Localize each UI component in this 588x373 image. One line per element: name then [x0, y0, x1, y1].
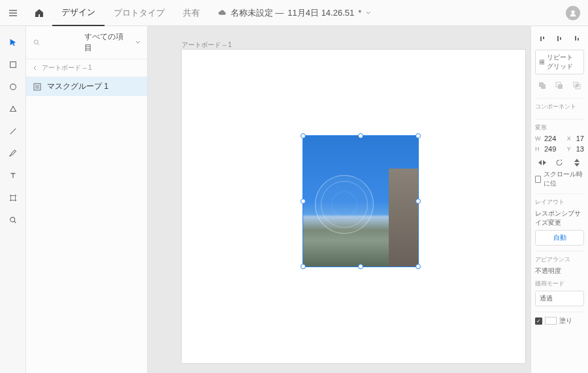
repeat-grid-label: リピートグリッド	[547, 53, 580, 71]
section-label: アピアランス	[535, 255, 584, 264]
svg-point-2	[10, 84, 16, 90]
tool-polygon[interactable]	[3, 99, 24, 119]
fill-swatch[interactable]	[545, 317, 557, 325]
title-date: 11月4日 14.26.51	[287, 7, 354, 19]
svg-rect-13	[541, 84, 546, 89]
resize-handle[interactable]	[301, 133, 306, 138]
artboard-label[interactable]: アートボード – 1	[182, 41, 232, 50]
section-component: コンポーネント	[535, 98, 584, 114]
fill-label: 塗り	[559, 316, 572, 325]
align-bottom-icon[interactable]	[570, 31, 584, 46]
building-graphic	[389, 169, 418, 267]
responsive-auto-button[interactable]: 自動	[535, 230, 584, 246]
flip-horizontal-icon[interactable]	[535, 155, 549, 170]
scroll-fix-label: スクロール時に位	[544, 170, 584, 188]
layer-item[interactable]: マスクグループ 1	[26, 77, 147, 96]
artboard[interactable]	[182, 50, 525, 363]
responsive-label: レスポンシブサイズ変更	[535, 209, 584, 227]
layer-label: マスクグループ 1	[47, 81, 108, 92]
svg-rect-8	[540, 60, 542, 61]
avatar[interactable]	[566, 6, 580, 20]
flip-row	[535, 155, 584, 170]
svg-rect-15	[558, 84, 563, 89]
flip-vertical-icon[interactable]	[570, 155, 584, 170]
section-fill: ✓ 塗り	[535, 312, 584, 325]
opacity-label: 不透明度	[535, 267, 584, 276]
topbar-left: デザイン プロトタイプ 共有	[0, 0, 209, 25]
align-middle-icon[interactable]	[552, 31, 566, 46]
tab-share[interactable]: 共有	[174, 0, 209, 26]
checkbox-icon: ✓	[535, 317, 542, 325]
fill-row[interactable]: ✓ 塗り	[535, 316, 584, 325]
topbar: デザイン プロトタイプ 共有 名称未設定 — 11月4日 14.26.51 *	[0, 0, 588, 26]
section-layout: レイアウト レスポンシブサイズ変更 自動	[535, 193, 584, 246]
tool-artboard[interactable]	[3, 188, 24, 208]
layers-breadcrumb[interactable]: アートボード – 1	[26, 59, 147, 77]
home-icon[interactable]	[26, 0, 52, 26]
section-transform: 変形 W224X17 H249Y13 スクロール時に位	[535, 119, 584, 188]
mask-group-icon	[33, 82, 42, 91]
boolean-intersect-icon[interactable]	[570, 78, 584, 93]
document-title[interactable]: 名称未設定 — 11月4日 14.26.51 *	[218, 7, 371, 19]
tool-pen[interactable]	[3, 144, 24, 163]
svg-point-0	[571, 10, 574, 13]
blend-mode-select[interactable]: 通過	[535, 291, 584, 306]
resize-handle[interactable]	[416, 264, 421, 269]
cloud-icon	[218, 8, 227, 18]
menu-icon[interactable]	[0, 0, 26, 26]
svg-point-4	[10, 218, 14, 222]
resize-handle[interactable]	[358, 264, 363, 269]
section-label: レイアウト	[535, 198, 584, 206]
layers-panel: すべての項目 アートボード – 1 マスクグループ 1	[26, 26, 148, 373]
title-prefix: 名称未設定 —	[231, 7, 284, 19]
tool-line[interactable]	[3, 122, 24, 141]
resize-handle[interactable]	[416, 199, 421, 204]
svg-rect-11	[542, 63, 544, 64]
tab-design[interactable]: デザイン	[52, 0, 105, 26]
svg-rect-3	[10, 196, 15, 201]
title-suffix: *	[358, 8, 361, 18]
breadcrumb-label: アートボード – 1	[42, 63, 92, 73]
svg-rect-7	[35, 85, 39, 89]
tool-rectangle[interactable]	[3, 55, 24, 74]
svg-rect-9	[542, 60, 544, 61]
resize-handle[interactable]	[301, 199, 306, 204]
main: すべての項目 アートボード – 1 マスクグループ 1 アートボード – 1	[0, 26, 588, 373]
boolean-add-icon[interactable]	[535, 78, 549, 93]
repeat-grid-button[interactable]: リピートグリッド	[535, 50, 584, 74]
tool-text[interactable]	[3, 166, 24, 186]
selected-object[interactable]	[303, 136, 418, 267]
resize-handle[interactable]	[301, 264, 306, 269]
tab-prototype[interactable]: プロトタイプ	[105, 0, 174, 26]
canvas[interactable]: アートボード – 1	[148, 26, 531, 373]
filter-label: すべての項目	[84, 31, 131, 54]
tool-column	[0, 26, 26, 373]
section-label: 変形	[535, 123, 584, 132]
chevron-down-icon	[135, 40, 140, 45]
tool-select[interactable]	[3, 33, 24, 52]
ferris-wheel-graphic	[315, 175, 374, 234]
chevron-left-icon	[33, 65, 38, 71]
align-row	[535, 31, 584, 46]
svg-rect-10	[540, 63, 542, 64]
resize-handle[interactable]	[416, 133, 421, 138]
height-field[interactable]: H249Y13	[535, 145, 584, 153]
blend-mode-label: 描画モード	[535, 280, 584, 288]
topbar-right	[566, 6, 588, 20]
svg-rect-1	[10, 62, 16, 68]
checkbox-icon	[535, 176, 541, 183]
svg-rect-18	[576, 84, 578, 87]
align-top-icon[interactable]	[535, 31, 549, 46]
search-icon	[33, 39, 79, 46]
chevron-down-icon	[365, 10, 370, 16]
layers-filter[interactable]: すべての項目	[26, 26, 147, 59]
tool-ellipse[interactable]	[3, 77, 24, 97]
scroll-fix-checkbox[interactable]: スクロール時に位	[535, 170, 584, 188]
width-field[interactable]: W224X17	[535, 135, 584, 142]
boolean-subtract-icon[interactable]	[552, 78, 566, 93]
tool-zoom[interactable]	[3, 210, 24, 230]
rotate-icon[interactable]	[552, 155, 566, 170]
section-label: コンポーネント	[535, 103, 584, 111]
resize-handle[interactable]	[358, 133, 363, 138]
svg-point-5	[34, 40, 38, 44]
